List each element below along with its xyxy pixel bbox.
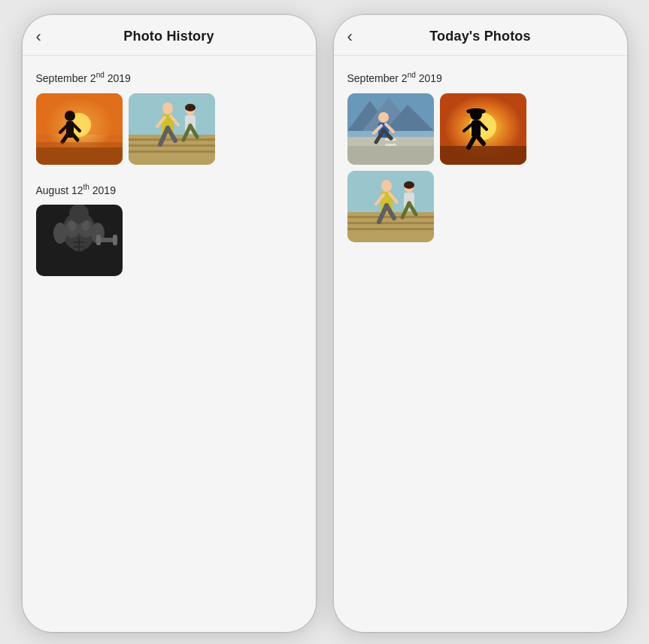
- left-date-aug: August 12th 2019: [36, 183, 302, 196]
- photo-silhouette-sunset[interactable]: [440, 93, 526, 165]
- svg-rect-76: [347, 228, 434, 230]
- left-section-sept: September 2nd 2019: [36, 71, 302, 165]
- left-photo-grid-sept: [36, 93, 302, 165]
- left-section-aug: August 12th 2019: [36, 183, 302, 277]
- svg-rect-17: [129, 150, 215, 153]
- svg-point-28: [185, 104, 196, 111]
- svg-point-18: [162, 102, 173, 114]
- right-photo-grid-sept: [347, 93, 614, 242]
- right-date-sept: September 2nd 2019: [347, 71, 614, 84]
- left-content: September 2nd 2019: [23, 56, 316, 632]
- photo-man-road[interactable]: [347, 93, 434, 165]
- svg-point-37: [53, 223, 67, 244]
- photo-muscle-man[interactable]: [36, 205, 123, 276]
- right-title: Today's Photos: [429, 29, 530, 44]
- phone-right: ‹ Today's Photos September 2nd 2019: [334, 15, 627, 632]
- svg-rect-53: [385, 144, 396, 146]
- svg-rect-42: [113, 235, 117, 245]
- right-header: ‹ Today's Photos: [334, 15, 627, 56]
- photo-women-running2[interactable]: [347, 171, 434, 242]
- svg-point-5: [65, 111, 75, 121]
- right-back-button[interactable]: ‹: [347, 29, 353, 45]
- left-back-button[interactable]: ‹: [36, 29, 41, 45]
- svg-point-87: [404, 181, 414, 189]
- photo-sunset-runner[interactable]: [36, 93, 123, 165]
- left-photo-grid-aug: [36, 205, 302, 276]
- left-title: Photo History: [123, 29, 214, 44]
- right-content: September 2nd 2019: [334, 56, 627, 632]
- svg-point-54: [378, 112, 389, 123]
- svg-rect-41: [96, 235, 101, 245]
- svg-point-44: [82, 220, 89, 231]
- photo-women-running[interactable]: [129, 93, 215, 165]
- svg-rect-63: [440, 146, 526, 165]
- phone-left: ‹ Photo History September 2nd 2019: [23, 15, 316, 632]
- svg-rect-16: [129, 144, 215, 147]
- left-header: ‹ Photo History: [23, 15, 316, 56]
- svg-point-77: [381, 180, 392, 192]
- svg-rect-75: [347, 222, 434, 224]
- right-section-sept: September 2nd 2019: [347, 71, 614, 242]
- svg-point-65: [466, 108, 486, 114]
- svg-rect-11: [36, 142, 123, 165]
- left-date-sept: September 2nd 2019: [36, 71, 302, 84]
- svg-point-43: [68, 220, 76, 231]
